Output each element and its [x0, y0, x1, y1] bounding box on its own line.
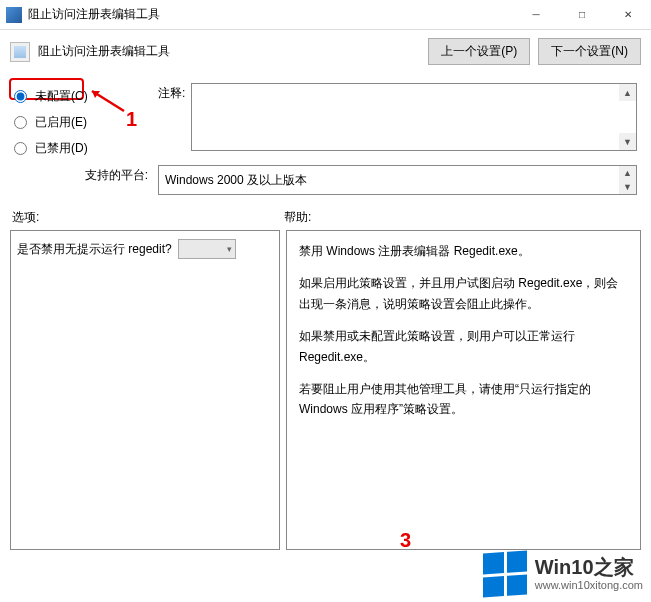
window-titlebar: 阻止访问注册表编辑工具 ─ □ ✕	[0, 0, 651, 30]
comment-textarea[interactable]: ▲ ▼	[191, 83, 637, 151]
next-setting-button[interactable]: 下一个设置(N)	[538, 38, 641, 65]
maximize-button[interactable]: □	[559, 0, 605, 30]
window-title: 阻止访问注册表编辑工具	[28, 6, 513, 23]
minimize-button[interactable]: ─	[513, 0, 559, 30]
scroll-down-icon[interactable]: ▼	[619, 133, 636, 150]
section-labels: 选项: 帮助:	[10, 209, 641, 226]
scroll-down-icon[interactable]: ▼	[619, 180, 636, 194]
radio-disabled[interactable]	[14, 142, 27, 155]
options-section-label: 选项:	[12, 209, 284, 226]
scroll-up-icon[interactable]: ▲	[619, 166, 636, 180]
radio-not-configured-label[interactable]: 未配置(C)	[35, 88, 88, 105]
close-button[interactable]: ✕	[605, 0, 651, 30]
radio-not-configured[interactable]	[14, 90, 27, 103]
option-row: 是否禁用无提示运行 regedit? ▾	[11, 231, 279, 267]
toolbar: 阻止访问注册表编辑工具 上一个设置(P) 下一个设置(N)	[0, 30, 651, 73]
previous-setting-button[interactable]: 上一个设置(P)	[428, 38, 530, 65]
options-panel: 是否禁用无提示运行 regedit? ▾	[10, 230, 280, 550]
radio-enabled[interactable]	[14, 116, 27, 129]
option-combobox[interactable]: ▾	[178, 239, 236, 259]
config-row: 未配置(C) 已启用(E) 已禁用(D) 注释: ▲ ▼	[10, 83, 641, 161]
window-controls: ─ □ ✕	[513, 0, 651, 30]
app-icon	[6, 7, 22, 23]
help-section-label: 帮助:	[284, 209, 311, 226]
watermark: Win10之家 www.win10xitong.com	[483, 552, 643, 596]
help-panel: 禁用 Windows 注册表编辑器 Regedit.exe。 如果启用此策略设置…	[286, 230, 641, 550]
policy-icon	[10, 42, 30, 62]
option-question: 是否禁用无提示运行 regedit?	[17, 241, 172, 258]
comment-label: 注释:	[158, 83, 185, 151]
watermark-text: Win10之家 www.win10xitong.com	[535, 557, 643, 591]
dialog-body: 未配置(C) 已启用(E) 已禁用(D) 注释: ▲ ▼ 支持的平台:	[0, 73, 651, 550]
platform-row: 支持的平台: Windows 2000 及以上版本 ▲ ▼	[10, 165, 641, 195]
toolbar-subtitle: 阻止访问注册表编辑工具	[38, 43, 170, 60]
watermark-line2: www.win10xitong.com	[535, 579, 643, 591]
help-text: 禁用 Windows 注册表编辑器 Regedit.exe。	[299, 241, 628, 261]
radio-disabled-label[interactable]: 已禁用(D)	[35, 140, 88, 157]
platform-label: 支持的平台:	[10, 165, 152, 184]
watermark-line1: Win10之家	[535, 557, 643, 577]
platform-box: Windows 2000 及以上版本 ▲ ▼	[158, 165, 637, 195]
state-radio-group: 未配置(C) 已启用(E) 已禁用(D)	[10, 83, 152, 161]
windows-logo-icon	[483, 550, 527, 597]
help-text: 如果禁用或未配置此策略设置，则用户可以正常运行 Regedit.exe。	[299, 326, 628, 367]
scroll-up-icon[interactable]: ▲	[619, 84, 636, 101]
radio-enabled-label[interactable]: 已启用(E)	[35, 114, 87, 131]
help-text: 若要阻止用户使用其他管理工具，请使用“只运行指定的 Windows 应用程序”策…	[299, 379, 628, 420]
panels: 是否禁用无提示运行 regedit? ▾ 禁用 Windows 注册表编辑器 R…	[10, 230, 641, 550]
platform-value: Windows 2000 及以上版本	[165, 172, 307, 189]
help-text: 如果启用此策略设置，并且用户试图启动 Regedit.exe，则会出现一条消息，…	[299, 273, 628, 314]
